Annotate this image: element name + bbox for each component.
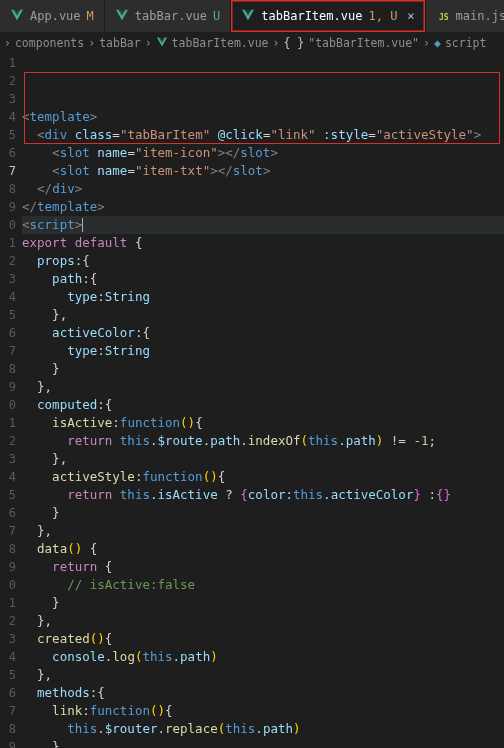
chevron-right-icon: ›: [423, 36, 430, 50]
vue-icon: [156, 36, 168, 51]
close-icon[interactable]: ×: [407, 9, 414, 23]
line-gutter: 123456789012345678901234567890123456789: [0, 54, 22, 748]
tab-status: M: [87, 9, 94, 23]
chevron-right-icon: ›: [4, 36, 11, 50]
tab-label: App.vue: [30, 9, 81, 23]
braces-icon: { }: [283, 36, 304, 50]
js-icon: JS: [436, 9, 450, 23]
breadcrumb-tail[interactable]: script: [445, 36, 487, 50]
chevron-right-icon: ›: [145, 36, 152, 50]
tab-status: U: [213, 9, 220, 23]
breadcrumb: › components › tabBar › tabBarItem.vue ›…: [0, 32, 504, 54]
tab-tabbaritem-vue[interactable]: tabBarItem.vue 1, U ×: [231, 0, 425, 32]
tab-label: tabBar.vue: [135, 9, 207, 23]
tab-label: main.js: [456, 9, 504, 23]
breadcrumb-symbol[interactable]: "tabBarItem.vue": [308, 36, 419, 50]
vue-icon: [10, 8, 24, 25]
script-icon: ◆: [434, 36, 441, 50]
code-editor[interactable]: 123456789012345678901234567890123456789 …: [0, 54, 504, 748]
breadcrumb-folder[interactable]: tabBar: [99, 36, 141, 50]
tab-main-js[interactable]: JS main.js M: [426, 0, 504, 32]
tab-tabbar-vue[interactable]: tabBar.vue U: [105, 0, 231, 32]
code-area[interactable]: <template> <div class="tabBarItem" @clic…: [22, 54, 504, 748]
tab-status: 1, U: [368, 9, 397, 23]
breadcrumb-folder[interactable]: components: [15, 36, 84, 50]
chevron-right-icon: ›: [273, 36, 280, 50]
chevron-right-icon: ›: [88, 36, 95, 50]
vue-icon: [115, 8, 129, 25]
vue-icon: [241, 8, 255, 25]
tab-bar: App.vue M tabBar.vue U tabBarItem.vue 1,…: [0, 0, 504, 32]
tab-app-vue[interactable]: App.vue M: [0, 0, 105, 32]
tab-label: tabBarItem.vue: [261, 9, 362, 23]
breadcrumb-file[interactable]: tabBarItem.vue: [172, 36, 269, 50]
